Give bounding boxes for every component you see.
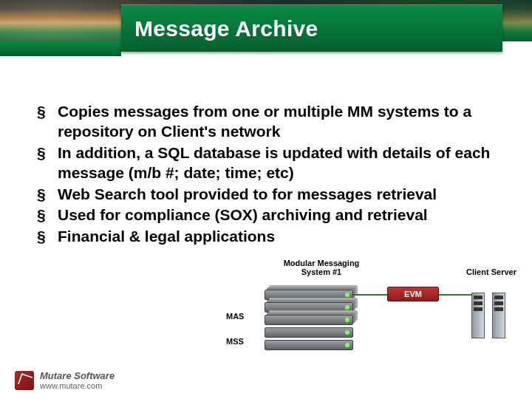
brand-name: Mutare Software	[40, 370, 115, 381]
server-tower-icon	[492, 293, 505, 338]
client-server-icon	[471, 293, 507, 338]
evm-box: EVM	[387, 287, 439, 301]
mas-label: MAS	[226, 312, 244, 321]
bullet-item: Financial & legal applications	[33, 227, 504, 247]
server-tower-icon	[471, 293, 485, 338]
connection-line	[439, 294, 471, 296]
server-rack-icon	[265, 302, 353, 313]
server-rack-icon	[265, 290, 353, 300]
server-rack-icon	[265, 315, 353, 325]
slide-title: Message Archive	[121, 16, 318, 41]
bullet-item: In addition, a SQL database is updated w…	[33, 143, 504, 183]
logo-text: Mutare Software www.mutare.com	[40, 370, 115, 390]
logo-icon	[15, 371, 34, 390]
bullet-item: Web Search tool provided to for messages…	[33, 185, 504, 205]
bullet-item: Used for compliance (SOX) archiving and …	[33, 205, 504, 225]
server-rack-icon	[265, 327, 353, 338]
connection-line	[353, 294, 387, 296]
slide-content: Copies messages from one or multiple MM …	[0, 66, 532, 247]
header-accent	[0, 41, 121, 56]
server-stack	[265, 290, 353, 352]
slide-header: Message Archive	[0, 0, 532, 66]
server-rack-icon	[265, 340, 353, 350]
bullet-list: Copies messages from one or multiple MM …	[33, 102, 504, 247]
evm-label: EVM	[404, 290, 422, 299]
bullet-item: Copies messages from one or multiple MM …	[33, 102, 504, 142]
title-container: Message Archive	[121, 4, 502, 52]
client-server-label: Client Server	[466, 267, 517, 276]
mss-label: MSS	[226, 337, 244, 346]
footer-logo: Mutare Software www.mutare.com	[15, 370, 115, 390]
brand-url: www.mutare.com	[40, 381, 115, 390]
mm-system-label: Modular Messaging System #1	[281, 259, 362, 276]
architecture-diagram: Modular Messaging System #1 MAS MSS Clie…	[222, 259, 525, 384]
